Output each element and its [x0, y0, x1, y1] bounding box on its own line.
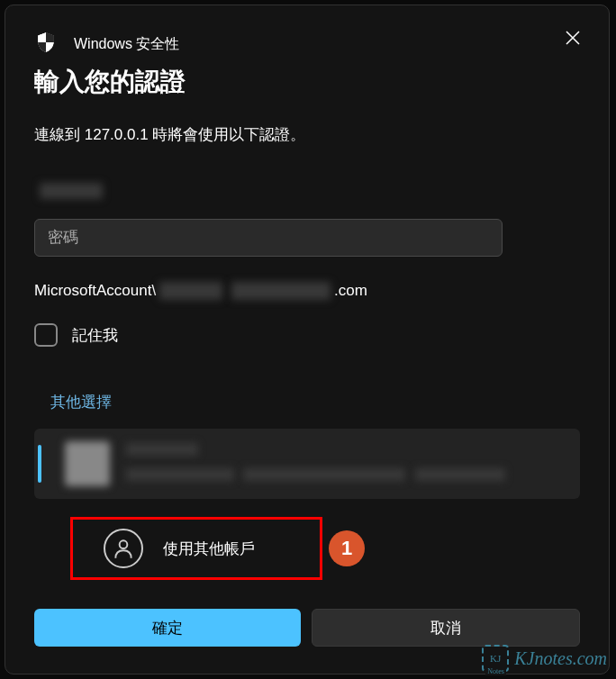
password-input[interactable]: 密碼 — [34, 219, 503, 257]
svg-point-1 — [120, 540, 128, 548]
saved-account-option[interactable] — [34, 429, 580, 499]
use-other-account-option[interactable]: 使用其他帳戶 1 — [70, 517, 322, 580]
annotation-badge: 1 — [329, 530, 365, 566]
watermark: KJ Notes KJnotes.com — [482, 645, 607, 672]
close-icon — [566, 31, 580, 45]
account-identifier: MicrosoftAccount\ .com — [34, 282, 580, 300]
account-suffix: .com — [334, 282, 367, 300]
remember-label: 記住我 — [72, 325, 118, 346]
ok-button[interactable]: 確定 — [34, 609, 301, 647]
remember-checkbox[interactable] — [34, 323, 58, 347]
dialog-buttons: 確定 取消 — [34, 609, 580, 647]
use-other-account-label: 使用其他帳戶 — [163, 539, 255, 559]
account-details — [126, 443, 566, 484]
person-icon — [104, 529, 143, 568]
other-choices-heading: 其他選擇 — [50, 392, 580, 412]
avatar — [65, 441, 110, 486]
dialog-header: Windows 安全性 — [34, 31, 580, 58]
credential-dialog: Windows 安全性 輸入您的認證 連線到 127.0.0.1 時將會使用以下… — [5, 5, 610, 674]
account-prefix: MicrosoftAccount\ — [34, 282, 156, 300]
cancel-button[interactable]: 取消 — [312, 609, 580, 647]
watermark-text: KJnotes.com — [514, 648, 607, 669]
shield-icon — [34, 31, 58, 58]
dialog-title: 輸入您的認證 — [34, 65, 580, 99]
dialog-description: 連線到 127.0.0.1 時將會使用以下認證。 — [34, 124, 580, 145]
username-display — [34, 183, 580, 203]
close-button[interactable] — [558, 23, 587, 52]
remember-me-row: 記住我 — [34, 323, 580, 347]
app-name: Windows 安全性 — [74, 35, 179, 54]
watermark-icon: KJ Notes — [482, 645, 509, 672]
